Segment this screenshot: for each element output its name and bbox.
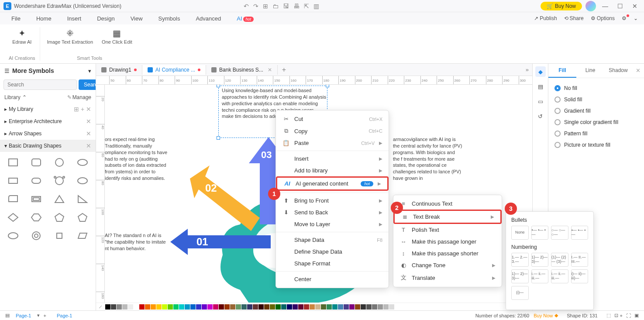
menu-design[interactable]: Design [89,14,122,24]
color-swatch[interactable] [332,304,337,310]
color-swatch[interactable] [258,304,264,310]
numbering-i-paren[interactable]: i)— ii)— iii)— [571,269,589,283]
color-swatch[interactable] [366,304,372,310]
fill-option-picture[interactable]: Picture or texture fill [554,139,638,151]
menu-item-move-to-layer[interactable]: Move to Layer▶ [276,218,389,230]
selection-handle[interactable] [217,85,220,87]
color-swatch[interactable] [128,304,133,310]
tab-overflow-icon[interactable]: » [522,66,532,73]
menu-item-center[interactable]: Center [276,273,389,285]
fill-option-single-gradient[interactable]: Single color gradient fill [554,117,638,128]
color-swatch[interactable] [355,304,360,310]
color-swatch[interactable] [179,304,184,310]
numbering-1paren[interactable]: 1)— 2)— 3)— [531,253,549,267]
menu-view[interactable]: View [123,14,151,24]
user-avatar[interactable] [585,1,596,11]
history-icon[interactable]: ↺ [535,111,546,121]
notification-icon[interactable]: ⚙ [619,14,629,22]
color-swatch[interactable] [344,304,349,310]
color-swatch[interactable] [162,304,167,310]
color-swatch[interactable] [151,304,156,310]
numbering-i-dot2[interactable]: i.— ii.— iii.— [551,269,568,283]
shape-pentagon[interactable] [49,210,70,225]
numbering-1dot[interactable]: 1.— 2.— 3.— [511,253,529,267]
canvas-text-1[interactable]: AI? The standard n of AI is "the capabil… [105,232,170,252]
menu-item-ai-generated-content[interactable]: AIAI generated contenthot▶ [276,176,389,191]
fill-option-pattern[interactable]: Pattern fill [554,128,638,139]
tab-fill[interactable]: Fill [548,64,576,78]
menu-item-define-shape-data[interactable]: Define Shape Data [276,246,389,258]
color-swatch[interactable] [213,304,218,310]
color-swatch[interactable] [276,304,281,310]
color-swatch[interactable] [389,304,394,310]
menu-item-shape-data[interactable]: Shape DataF8 [276,234,389,246]
shape-rounded2[interactable] [26,173,46,189]
color-swatch[interactable] [185,304,190,310]
color-swatch[interactable] [122,304,127,310]
menu-item-copy[interactable]: ⧉CopyCtrl+C [276,125,389,137]
edit-icon[interactable]: ✎ [67,94,72,100]
menu-item-polish-text[interactable]: TPolish Text [393,224,502,236]
shape-pentagon2[interactable] [72,210,93,225]
shape-rounded-rect[interactable] [26,155,46,170]
selection-handle[interactable] [326,85,329,87]
bullets-none[interactable]: None [511,226,529,240]
color-swatch[interactable] [247,304,252,310]
menu-item-change-tone[interactable]: ◐Change Tone▶ [393,259,502,271]
shape-donut[interactable] [26,228,46,244]
menu-item-cut[interactable]: ✂CutCtrl+X [276,113,389,125]
color-swatch[interactable] [139,304,145,310]
menu-item-add-to-library[interactable]: Add to library▶ [276,165,389,176]
color-swatch[interactable] [253,304,258,310]
color-swatch[interactable] [224,304,230,310]
color-swatch[interactable] [372,304,377,310]
color-swatch[interactable] [134,304,139,310]
add-tab-button[interactable]: + [278,66,290,74]
fullscreen-icon[interactable]: ▣ [634,313,639,318]
color-swatch[interactable] [361,304,366,310]
print-icon[interactable]: 🖶 [293,3,300,10]
menu-item-paste[interactable]: 📋PasteCtrl+V▶ [276,137,389,149]
edraw-ai-button[interactable]: ✦Edraw AI [10,27,34,46]
bullets-square[interactable]: ▪— ▪— ▪— [571,226,589,240]
one-click-edit-button[interactable]: ▦One Click Edit [99,27,135,46]
color-swatch[interactable] [241,304,247,310]
close-panel-icon[interactable]: ✕ [632,64,644,78]
numbering-i-dot[interactable]: i.— ii.— iii.— [531,269,549,283]
save-icon[interactable]: 🖫 [283,3,289,10]
manage-link[interactable]: Manage [72,94,91,100]
menu-item-insert[interactable]: Insert▶ [276,153,389,165]
menu-item-bring-to-front[interactable]: ⬆Bring to Front▶ [276,195,389,206]
section-basic-shapes[interactable]: ▾ Basic Drawing Shapes✕ [0,140,96,152]
shape-frame[interactable] [26,191,46,207]
add-lib-icon[interactable]: ⊞ + ✕ [74,106,91,113]
menu-home[interactable]: Home [28,14,59,24]
color-swatch[interactable] [310,304,315,310]
menu-insert[interactable]: Insert [59,14,90,24]
shape-diamond[interactable] [3,210,23,225]
shape-ellipse[interactable] [72,155,93,170]
menu-file[interactable]: File [3,14,28,24]
shape-square[interactable] [3,155,23,170]
color-swatch[interactable] [321,304,326,310]
color-swatch[interactable] [207,304,213,310]
numbering-roman[interactable]: I.— II.— III.— [571,253,589,267]
color-swatch[interactable] [304,304,309,310]
close-section-icon[interactable]: ✕ [86,142,91,149]
eyedropper-icon[interactable]: ⟋ [98,304,103,310]
gallery-icon[interactable]: ▥ [313,3,319,10]
image-text-extraction-button[interactable]: ⁜Image Text Extraction [45,27,96,46]
numbering-1p2[interactable]: 1)— 2)— 3)— [511,269,529,283]
close-section-icon[interactable]: ✕ [86,130,91,137]
color-swatch[interactable] [202,304,207,310]
tab-drawing1[interactable]: Drawing1 [96,65,142,75]
undo-icon[interactable]: ↶ [244,3,249,10]
color-swatch[interactable] [190,304,196,310]
color-swatch[interactable] [105,304,110,310]
section-arrows[interactable]: ▸ Arrow Shapes✕ [0,127,96,140]
layers-icon[interactable]: ⬚ [606,313,611,318]
page-dropdown-icon[interactable]: ▾ [37,313,40,318]
color-swatch[interactable] [168,304,173,310]
close-tab-icon[interactable]: ✕ [268,67,272,73]
color-swatch[interactable] [264,304,269,310]
